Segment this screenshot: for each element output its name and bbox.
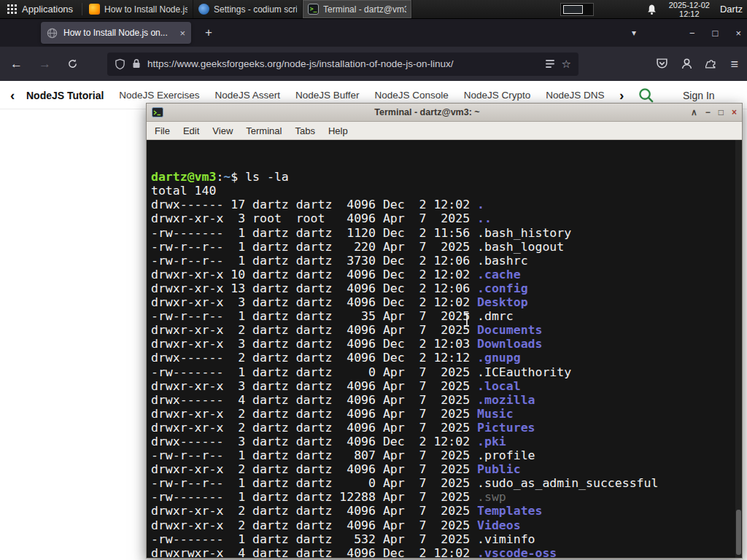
user-label: Dartz bbox=[720, 4, 743, 15]
file-meta: drwx------ 3 dartz dartz 4096 Dec 2 12:0… bbox=[151, 435, 477, 448]
nav-item-nodejs-exercises[interactable]: NodeJS Exercises bbox=[119, 90, 199, 101]
notifications-button[interactable] bbox=[646, 4, 657, 15]
file-name: .vscode-oss bbox=[477, 546, 557, 558]
file-name: .gnupg bbox=[477, 351, 521, 365]
terminal-output[interactable]: dartz@vm3:~$ ls -latotal 140drwx------ 1… bbox=[147, 140, 742, 558]
nav-item-nodejs-assert[interactable]: NodeJS Assert bbox=[215, 90, 280, 101]
terminal-title: Terminal - dartz@vm3: ~ bbox=[168, 107, 686, 117]
file-name: .config bbox=[477, 281, 528, 295]
terminal-menubar: FileEditViewTerminalTabsHelp bbox=[147, 122, 742, 140]
back-button[interactable]: ← bbox=[10, 58, 23, 70]
file-name: Videos bbox=[477, 518, 521, 532]
clock-time: 12:12 bbox=[669, 9, 710, 18]
nav-item-nodejs-dns[interactable]: NodeJS DNS bbox=[546, 90, 604, 101]
file-name: .sudo_as_admin_successful bbox=[477, 476, 658, 490]
file-meta: drwxr-xr-x 2 dartz dartz 4096 Apr 7 2025 bbox=[151, 518, 477, 532]
file-meta: drwxr-xr-x 2 dartz dartz 4096 Apr 7 2025 bbox=[151, 421, 477, 435]
terminal-shade-button[interactable]: ∧ bbox=[691, 107, 697, 117]
file-meta: drwxr-xr-x 3 dartz dartz 4096 Dec 2 12:0… bbox=[151, 337, 477, 351]
terminal-scrollbar-thumb[interactable] bbox=[736, 510, 741, 555]
globe-favicon-icon bbox=[47, 28, 58, 39]
new-tab-button[interactable]: + bbox=[200, 24, 217, 42]
browser-tab-bar: How to Install Node.js on... × + ▾ − □ × bbox=[0, 19, 747, 47]
taskbar-button-firefox[interactable]: How to Install Node.js o... bbox=[84, 0, 193, 18]
extensions-puzzle-icon[interactable] bbox=[705, 58, 718, 70]
terminal-minimize-button[interactable]: − bbox=[705, 107, 711, 117]
window-maximize-button[interactable]: □ bbox=[713, 28, 719, 39]
file-name: .local bbox=[477, 379, 521, 393]
terminal-output-line: drwxr-xr-x 2 dartz dartz 4096 Apr 7 2025… bbox=[151, 407, 742, 421]
taskbar-button-settings[interactable]: Settings - codium script... bbox=[193, 0, 303, 18]
file-meta: -rw-r--r-- 1 dartz dartz 35 Apr 7 2025 bbox=[151, 309, 477, 323]
reload-button[interactable] bbox=[67, 58, 78, 69]
taskbar-button-terminal[interactable]: Terminal - dartz@vm3: ~ bbox=[303, 0, 412, 18]
window-minimize-button[interactable]: − bbox=[689, 28, 695, 39]
file-name: .viminfo bbox=[477, 532, 535, 546]
file-meta: drwx------ 4 dartz dartz 4096 Apr 7 2025 bbox=[151, 393, 477, 407]
file-meta: -rw------- 1 dartz dartz 1120 Dec 2 11:5… bbox=[151, 226, 477, 240]
window-close-button[interactable]: × bbox=[735, 28, 741, 39]
terminal-output-line: -rw-r--r-- 1 dartz dartz 35 Apr 7 2025 .… bbox=[151, 309, 742, 323]
terminal-menu-help[interactable]: Help bbox=[328, 125, 348, 136]
bookmark-star-icon[interactable]: ☆ bbox=[562, 58, 571, 69]
account-icon[interactable] bbox=[681, 58, 693, 70]
terminal-menu-terminal[interactable]: Terminal bbox=[246, 125, 282, 136]
browser-tab[interactable]: How to Install Node.js on... × bbox=[41, 22, 191, 44]
tab-title: How to Install Node.js on... bbox=[63, 28, 174, 38]
file-name: . bbox=[477, 198, 484, 211]
terminal-output-line: drwxr-xr-x 2 dartz dartz 4096 Apr 7 2025… bbox=[151, 421, 742, 435]
workspace-switcher[interactable] bbox=[560, 3, 594, 16]
terminal-icon bbox=[308, 4, 319, 15]
search-button[interactable] bbox=[638, 87, 654, 104]
prompt-path: ~ bbox=[223, 170, 231, 184]
prompt-colon: : bbox=[216, 170, 223, 184]
file-meta: drwxr-xr-x 13 dartz dartz 4096 Dec 2 12:… bbox=[151, 281, 477, 295]
file-name: Public bbox=[477, 462, 521, 476]
terminal-output-line: drwx------ 2 dartz dartz 4096 Dec 2 12:1… bbox=[151, 351, 742, 365]
terminal-output-line: drwxr-xr-x 10 dartz dartz 4096 Dec 2 12:… bbox=[151, 268, 742, 281]
forward-button[interactable]: → bbox=[39, 58, 51, 70]
file-name: .bash_logout bbox=[477, 240, 564, 254]
file-meta: -rw-r--r-- 1 dartz dartz 220 Apr 7 2025 bbox=[151, 240, 477, 254]
file-name: Downloads bbox=[477, 337, 542, 351]
terminal-lines: dartz@vm3:~$ ls -latotal 140drwx------ 1… bbox=[151, 170, 742, 558]
terminal-output-line: -rw-r--r-- 1 dartz dartz 3730 Dec 2 12:0… bbox=[151, 254, 742, 268]
prompt-dollar: $ bbox=[231, 170, 245, 184]
terminal-menu-tabs[interactable]: Tabs bbox=[295, 125, 314, 136]
nav-item-nodejs-crypto[interactable]: NodeJS Crypto bbox=[464, 90, 531, 101]
file-name: Pictures bbox=[477, 421, 535, 435]
clock[interactable]: 2025-12-02 12:12 bbox=[669, 1, 710, 18]
tab-close-button[interactable]: × bbox=[179, 28, 185, 39]
search-icon bbox=[638, 87, 654, 104]
hamburger-menu-icon[interactable]: ≡ bbox=[730, 58, 738, 71]
reader-mode-icon[interactable] bbox=[545, 59, 555, 69]
settings-icon bbox=[198, 4, 209, 15]
mouse-cursor-ibeam bbox=[462, 312, 471, 327]
terminal-output-line: drwx------ 4 dartz dartz 4096 Apr 7 2025… bbox=[151, 393, 742, 407]
file-name: Desktop bbox=[477, 295, 528, 309]
terminal-menu-view[interactable]: View bbox=[212, 125, 233, 136]
applications-grid-icon bbox=[7, 4, 17, 14]
nav-scroll-left-icon[interactable]: ‹ bbox=[10, 81, 15, 109]
nav-item-nodejs-tutorial[interactable]: NodeJS Tutorial bbox=[26, 90, 104, 101]
nav-item-nodejs-console[interactable]: NodeJS Console bbox=[374, 90, 448, 101]
tracking-shield-icon bbox=[115, 58, 125, 70]
url-bar[interactable]: https://www.geeksforgeeks.org/node-js/in… bbox=[107, 52, 578, 76]
terminal-scrollbar[interactable] bbox=[735, 140, 742, 558]
pocket-icon[interactable] bbox=[656, 58, 668, 70]
file-meta: drwxr-xr-x 2 dartz dartz 4096 Apr 7 2025 bbox=[151, 407, 477, 421]
window-task-list: How to Install Node.js o...Settings - co… bbox=[84, 0, 412, 18]
clock-date: 2025-12-02 bbox=[669, 1, 710, 9]
terminal-maximize-button[interactable]: □ bbox=[719, 107, 724, 117]
terminal-titlebar[interactable]: Terminal - dartz@vm3: ~ ∧ − □ × bbox=[147, 104, 742, 122]
terminal-output-line: -rw-r--r-- 1 dartz dartz 807 Apr 7 2025 … bbox=[151, 448, 742, 462]
terminal-menu-file[interactable]: File bbox=[155, 125, 170, 136]
terminal-output-line: -rw------- 1 dartz dartz 0 Apr 7 2025 .I… bbox=[151, 365, 742, 379]
terminal-menu-edit[interactable]: Edit bbox=[183, 125, 199, 136]
file-name: .dmrc bbox=[477, 309, 514, 323]
terminal-close-button[interactable]: × bbox=[732, 107, 737, 117]
nav-item-nodejs-buffer[interactable]: NodeJS Buffer bbox=[295, 90, 360, 101]
list-all-tabs-button[interactable]: ▾ bbox=[632, 19, 636, 47]
terminal-total-line: total 140 bbox=[151, 184, 742, 198]
applications-menu-button[interactable]: Applications bbox=[0, 0, 80, 18]
